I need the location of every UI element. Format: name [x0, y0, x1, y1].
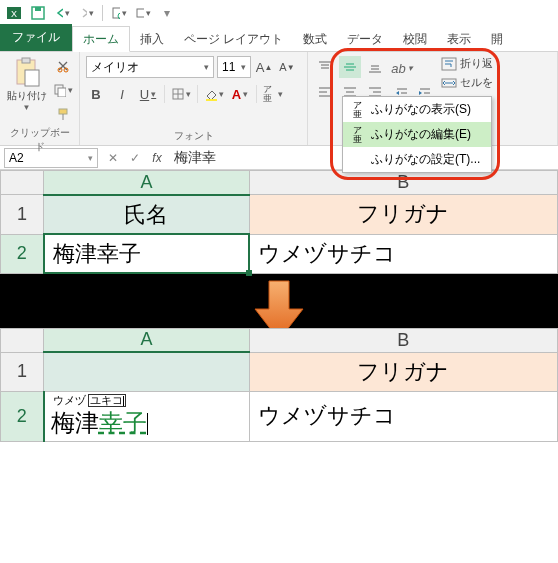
- grow-font-icon[interactable]: A▲: [254, 57, 274, 77]
- name-part-green: 幸子: [99, 409, 147, 436]
- col-header-b[interactable]: B: [249, 171, 557, 195]
- arrow-annotation: [0, 274, 558, 328]
- svg-rect-4: [113, 8, 120, 18]
- cell-a2-2[interactable]: ウメヅ ユキコ 梅津幸子: [44, 391, 250, 441]
- furigana-button[interactable]: ア亜: [263, 84, 283, 104]
- bold-button[interactable]: B: [86, 84, 106, 104]
- formula-value: 梅津幸: [174, 149, 216, 165]
- tab-data[interactable]: データ: [337, 27, 393, 51]
- row-header-1-2[interactable]: 1: [1, 352, 44, 391]
- qat-customize-icon[interactable]: ▾: [159, 5, 175, 21]
- furigana-dropdown-menu: ア亜 ふりがなの表示(S) ア亜 ふりがなの編集(E) ふりがなの設定(T)..…: [342, 96, 492, 173]
- svg-rect-9: [25, 70, 39, 86]
- group-font-label: フォント: [86, 127, 301, 143]
- font-name-select[interactable]: メイリオ ▾: [86, 56, 214, 78]
- name-part-black: 梅津: [51, 409, 99, 436]
- qat-custom-icon-1[interactable]: [111, 5, 127, 21]
- furigana-settings-icon: [349, 152, 365, 168]
- select-all-corner-2[interactable]: [1, 328, 44, 352]
- align-top-icon[interactable]: [314, 56, 336, 78]
- furigana-show-item[interactable]: ア亜 ふりがなの表示(S): [343, 97, 491, 122]
- worksheet-before: A B 1 氏名 フリガナ 2 梅津幸子 ウメヅサチコ: [0, 170, 558, 274]
- text-cursor: [147, 413, 148, 435]
- furigana-show-icon: ア亜: [349, 102, 365, 118]
- wrap-text-button[interactable]: 折り返: [441, 56, 493, 71]
- merge-center-button[interactable]: セルを: [441, 75, 493, 90]
- furigana-edit-label: ふりがなの編集(E): [371, 126, 471, 143]
- furigana-button-label: ア亜: [263, 85, 276, 103]
- ribbon: 貼り付け ▼ クリップボード メイリオ ▾: [0, 52, 558, 146]
- wrap-text-label: 折り返: [460, 56, 493, 71]
- qat-separator: [102, 5, 103, 21]
- select-all-corner[interactable]: [1, 171, 44, 195]
- tab-pagelayout[interactable]: ページ レイアウト: [174, 27, 293, 51]
- copy-icon[interactable]: [53, 80, 73, 100]
- shrink-font-icon[interactable]: A▼: [277, 57, 297, 77]
- cell-a2-2-value: 梅津幸子: [47, 407, 247, 439]
- cell-a2[interactable]: 梅津幸子: [44, 234, 250, 273]
- cell-b1[interactable]: フリガナ: [249, 195, 557, 235]
- excel-icon: X: [6, 5, 22, 21]
- fill-color-button[interactable]: [204, 84, 224, 104]
- col-header-a-2[interactable]: A: [44, 328, 250, 352]
- cell-b2[interactable]: ウメヅサチコ: [249, 234, 557, 273]
- tab-review[interactable]: 校閲: [393, 27, 437, 51]
- qat-custom-icon-2[interactable]: [135, 5, 151, 21]
- align-middle-icon[interactable]: [339, 56, 361, 78]
- paste-icon: [13, 56, 41, 88]
- furigana-show-label: ふりがなの表示(S): [371, 101, 471, 118]
- font-name-value: メイリオ: [91, 59, 139, 76]
- svg-rect-8: [22, 58, 30, 63]
- cell-a1[interactable]: 氏名: [44, 195, 250, 235]
- cell-b2-2[interactable]: ウメヅサチコ: [249, 391, 557, 441]
- orientation-icon[interactable]: ab: [392, 58, 412, 78]
- tab-insert[interactable]: 挿入: [130, 27, 174, 51]
- ribbon-tabs: ファイル ホーム 挿入 ページ レイアウト 数式 データ 校閲 表示 開: [0, 26, 558, 52]
- row-header-1[interactable]: 1: [1, 195, 44, 235]
- furigana-edit-icon: ア亜: [349, 127, 365, 143]
- tab-home[interactable]: ホーム: [72, 26, 130, 52]
- row-header-2-2[interactable]: 2: [1, 391, 44, 441]
- col-header-b-2[interactable]: B: [249, 328, 557, 352]
- fx-button[interactable]: fx: [146, 147, 168, 169]
- cut-icon[interactable]: [53, 56, 73, 76]
- group-clipboard-label: クリップボード: [6, 124, 73, 154]
- tab-file[interactable]: ファイル: [0, 24, 72, 51]
- row-header-2[interactable]: 2: [1, 234, 44, 273]
- font-color-button[interactable]: A: [230, 84, 250, 104]
- cell-a1-2[interactable]: [44, 352, 250, 391]
- group-font: メイリオ ▾ 11 ▾ A▲ A▼ B I U: [80, 52, 308, 145]
- underline-button[interactable]: U: [138, 84, 158, 104]
- paste-label: 貼り付け: [7, 89, 47, 103]
- ruby-part-1: ウメヅ: [53, 395, 86, 406]
- tab-view[interactable]: 表示: [437, 27, 481, 51]
- svg-rect-6: [137, 9, 144, 17]
- redo-icon[interactable]: [78, 5, 94, 21]
- format-painter-icon[interactable]: [53, 104, 73, 124]
- formula-enter-icon[interactable]: ✓: [124, 147, 146, 169]
- borders-button[interactable]: [171, 84, 191, 104]
- italic-button[interactable]: I: [112, 84, 132, 104]
- font-size-value: 11: [222, 60, 235, 74]
- ruby-part-2-editing[interactable]: ユキコ: [88, 394, 126, 407]
- furigana-inline-editor[interactable]: ウメヅ ユキコ: [47, 394, 247, 407]
- align-left-icon[interactable]: [314, 81, 336, 103]
- svg-rect-14: [59, 109, 67, 114]
- paste-button[interactable]: 貼り付け ▼: [6, 56, 47, 124]
- svg-rect-13: [58, 88, 66, 97]
- align-bottom-icon[interactable]: [364, 56, 386, 78]
- group-clipboard: 貼り付け ▼ クリップボード: [0, 52, 80, 145]
- tab-dev[interactable]: 開: [481, 27, 513, 51]
- undo-icon[interactable]: [54, 5, 70, 21]
- furigana-edit-item[interactable]: ア亜 ふりがなの編集(E): [343, 122, 491, 147]
- worksheet-after: A B 1 フリガナ 2 ウメヅ ユキコ 梅津幸子 ウメヅサチコ: [0, 328, 558, 442]
- col-header-a[interactable]: A: [44, 171, 250, 195]
- font-size-select[interactable]: 11 ▾: [217, 56, 251, 78]
- formula-cancel-icon[interactable]: ✕: [102, 147, 124, 169]
- svg-rect-3: [35, 7, 41, 11]
- save-icon[interactable]: [30, 5, 46, 21]
- tab-formulas[interactable]: 数式: [293, 27, 337, 51]
- cell-b1-2[interactable]: フリガナ: [249, 352, 557, 391]
- furigana-settings-item[interactable]: ふりがなの設定(T)...: [343, 147, 491, 172]
- merge-icon: [441, 76, 457, 90]
